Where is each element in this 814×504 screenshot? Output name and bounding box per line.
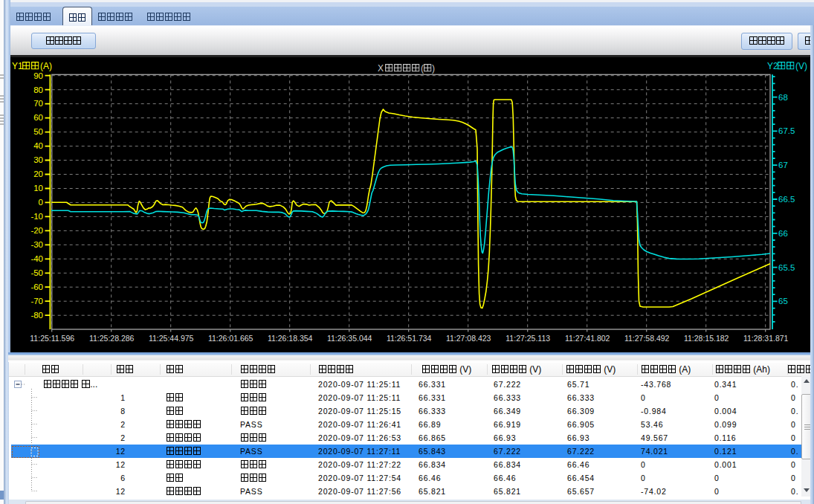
svg-text:(A): (A) [40, 61, 52, 71]
svg-text:65: 65 [778, 297, 788, 306]
svg-text:-20: -20 [30, 226, 43, 235]
svg-text:11:25:44.975: 11:25:44.975 [149, 334, 194, 343]
svg-text:11:28:15.182: 11:28:15.182 [684, 334, 729, 343]
svg-text:(V): (V) [795, 61, 807, 71]
svg-text:30: 30 [33, 155, 43, 164]
svg-text:11:26:35.044: 11:26:35.044 [327, 334, 372, 343]
svg-text:): ) [432, 63, 435, 74]
svg-text:20: 20 [33, 169, 43, 178]
svg-text:66.5: 66.5 [778, 195, 795, 204]
svg-text:11:26:51.734: 11:26:51.734 [387, 334, 432, 343]
svg-text:50: 50 [33, 127, 43, 136]
svg-text:-70: -70 [30, 297, 43, 306]
svg-text:11:27:58.492: 11:27:58.492 [624, 334, 670, 343]
svg-text:40: 40 [33, 141, 43, 150]
svg-text:-80: -80 [30, 311, 43, 320]
svg-text:67.5: 67.5 [778, 126, 795, 135]
svg-text:-10: -10 [30, 212, 43, 221]
svg-text:11:27:41.802: 11:27:41.802 [565, 334, 610, 343]
svg-text:11:27:08.423: 11:27:08.423 [446, 334, 491, 343]
svg-text:90: 90 [33, 71, 43, 80]
svg-text:Y2: Y2 [767, 61, 778, 71]
svg-text:11:25:11.596: 11:25:11.596 [30, 334, 74, 343]
svg-text:70: 70 [33, 99, 43, 108]
svg-text:67: 67 [778, 161, 788, 169]
svg-text:-60: -60 [30, 282, 43, 291]
svg-text:11:28:31.871: 11:28:31.871 [743, 334, 789, 343]
svg-text:11:26:18.354: 11:26:18.354 [268, 334, 313, 343]
svg-text:11:27:25.113: 11:27:25.113 [505, 334, 550, 343]
svg-text:80: 80 [33, 85, 43, 94]
svg-text:65.5: 65.5 [778, 263, 795, 272]
svg-text:66: 66 [778, 229, 788, 238]
svg-text:X: X [378, 63, 384, 74]
svg-text:11:25:28.286: 11:25:28.286 [89, 334, 135, 343]
svg-text:(: ( [421, 63, 424, 74]
svg-text:10: 10 [33, 184, 43, 193]
svg-text:60: 60 [33, 113, 43, 122]
svg-text:Y1: Y1 [12, 61, 23, 71]
svg-text:-30: -30 [30, 240, 43, 249]
svg-text:0: 0 [39, 198, 43, 207]
svg-text:11:26:01.665: 11:26:01.665 [208, 334, 253, 343]
svg-text:68: 68 [778, 93, 788, 102]
svg-text:-40: -40 [30, 254, 43, 263]
svg-text:-50: -50 [30, 268, 43, 277]
